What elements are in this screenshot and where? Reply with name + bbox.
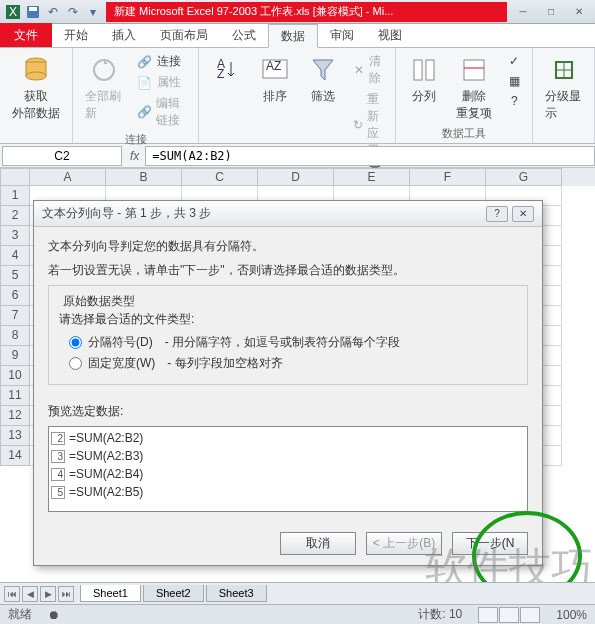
zoom-level[interactable]: 100%	[556, 608, 587, 622]
select-all-corner[interactable]	[0, 168, 30, 186]
excel-icon[interactable]: X	[4, 3, 22, 21]
row-header[interactable]: 1	[0, 186, 30, 206]
ribbon-content: 获取 外部数据 全部刷新 🔗连接 📄属性 🔗编辑链接 连接 AZ AZ 排序	[0, 48, 595, 144]
prev-sheet-icon[interactable]: ◀	[22, 586, 38, 602]
tab-formula[interactable]: 公式	[220, 23, 268, 47]
row-header[interactable]: 4	[0, 246, 30, 266]
svg-rect-12	[414, 60, 422, 80]
redo-icon[interactable]: ↷	[64, 3, 82, 21]
columns-icon	[408, 54, 440, 86]
page-break-view-icon[interactable]	[520, 607, 540, 623]
page-layout-view-icon[interactable]	[499, 607, 519, 623]
back-button: < 上一步(B)	[366, 532, 442, 555]
consolidate-icon: ▦	[506, 73, 522, 89]
col-header[interactable]: E	[334, 168, 410, 186]
ribbon-tabs: 文件 开始 插入 页面布局 公式 数据 审阅 视图	[0, 24, 595, 48]
close-icon[interactable]: ✕	[567, 4, 591, 20]
help-icon[interactable]: ?	[486, 206, 508, 222]
formula-bar: C2 fx =SUM(A2:B2)	[0, 144, 595, 168]
row-header[interactable]: 5	[0, 266, 30, 286]
edit-links-button: 🔗编辑链接	[133, 94, 193, 130]
clear-button: ✕清除	[349, 52, 389, 88]
edit-link-icon: 🔗	[137, 104, 152, 120]
data-validation-button[interactable]: ✓	[502, 52, 526, 70]
minimize-icon[interactable]: ─	[511, 4, 535, 20]
tab-review[interactable]: 审阅	[318, 23, 366, 47]
tab-layout[interactable]: 页面布局	[148, 23, 220, 47]
next-sheet-icon[interactable]: ▶	[40, 586, 56, 602]
row-header[interactable]: 2	[0, 206, 30, 226]
radio-delimited-input[interactable]	[69, 336, 82, 349]
row-header[interactable]: 13	[0, 426, 30, 446]
row-header[interactable]: 8	[0, 326, 30, 346]
row-header[interactable]: 11	[0, 386, 30, 406]
row-header[interactable]: 10	[0, 366, 30, 386]
radio-fixed-input[interactable]	[69, 357, 82, 370]
undo-icon[interactable]: ↶	[44, 3, 62, 21]
sheet-tab-1[interactable]: Sheet1	[80, 585, 141, 602]
group-external-data: 获取 外部数据	[0, 48, 73, 143]
svg-point-6	[26, 72, 46, 80]
row-header[interactable]: 6	[0, 286, 30, 306]
radio-delimited[interactable]: 分隔符号(D) - 用分隔字符，如逗号或制表符分隔每个字段	[69, 334, 517, 351]
radio-desc: - 每列字段加空格对齐	[167, 355, 282, 372]
row-header[interactable]: 3	[0, 226, 30, 246]
row-header[interactable]: 12	[0, 406, 30, 426]
status-record-icon[interactable]: ⏺	[48, 608, 60, 622]
tab-data[interactable]: 数据	[268, 24, 318, 48]
preview-label: 预览选定数据:	[48, 403, 528, 420]
fx-icon[interactable]: fx	[124, 149, 145, 163]
tab-insert[interactable]: 插入	[100, 23, 148, 47]
row-header[interactable]: 9	[0, 346, 30, 366]
dialog-buttons: 取消 < 上一步(B) 下一步(N	[34, 522, 542, 565]
next-button[interactable]: 下一步(N	[452, 532, 528, 555]
svg-rect-3	[29, 7, 37, 11]
consolidate-button[interactable]: ▦	[502, 72, 526, 90]
row-header[interactable]: 14	[0, 446, 30, 466]
get-external-data-button[interactable]: 获取 外部数据	[6, 52, 66, 124]
label: 筛选	[311, 88, 335, 105]
radio-fixed[interactable]: 固定宽度(W) - 每列字段加空格对齐	[69, 355, 517, 372]
radio-desc: - 用分隔字符，如逗号或制表符分隔每个字段	[165, 334, 400, 351]
clear-icon: ✕	[353, 62, 364, 78]
view-buttons	[478, 607, 540, 623]
file-tab[interactable]: 文件	[0, 23, 52, 47]
tab-home[interactable]: 开始	[52, 23, 100, 47]
title-bar: X ↶ ↷ ▾ 新建 Microsoft Excel 97-2003 工作表.x…	[0, 0, 595, 24]
group-connections: 全部刷新 🔗连接 📄属性 🔗编辑链接 连接	[73, 48, 199, 143]
preview-row-text: =SUM(A2:B2)	[69, 431, 143, 445]
first-sheet-icon[interactable]: ⏮	[4, 586, 20, 602]
normal-view-icon[interactable]	[478, 607, 498, 623]
sheet-tab-2[interactable]: Sheet2	[143, 585, 204, 602]
col-header[interactable]: B	[106, 168, 182, 186]
col-header[interactable]: D	[258, 168, 334, 186]
dialog-close-icon[interactable]: ✕	[512, 206, 534, 222]
name-box[interactable]: C2	[2, 146, 122, 166]
col-header[interactable]: A	[30, 168, 106, 186]
group-sort-filter: AZ AZ 排序 筛选 ✕清除 ↻重新应用 🜄高级 排序和筛选	[199, 48, 396, 143]
whatif-button[interactable]: ?	[502, 92, 526, 110]
sheet-tab-3[interactable]: Sheet3	[206, 585, 267, 602]
last-sheet-icon[interactable]: ⏭	[58, 586, 74, 602]
col-header[interactable]: F	[410, 168, 486, 186]
col-header[interactable]: G	[486, 168, 562, 186]
formula-input[interactable]: =SUM(A2:B2)	[145, 146, 595, 166]
maximize-icon[interactable]: □	[539, 4, 563, 20]
tab-view[interactable]: 视图	[366, 23, 414, 47]
row-header[interactable]: 7	[0, 306, 30, 326]
col-header[interactable]: C	[182, 168, 258, 186]
fieldset-label: 原始数据类型	[59, 293, 139, 310]
connections-button[interactable]: 🔗连接	[133, 52, 193, 71]
dialog-body: 文本分列向导判定您的数据具有分隔符。 若一切设置无误，请单击"下一步"，否则请选…	[34, 227, 542, 522]
remove-duplicates-button[interactable]: 删除 重复项	[450, 52, 498, 124]
preview-row-text: =SUM(A2:B4)	[69, 467, 143, 481]
duplicates-icon	[458, 54, 490, 86]
cancel-button[interactable]: 取消	[280, 532, 356, 555]
outline-button[interactable]: 分级显示	[539, 52, 588, 124]
qat-dropdown-icon[interactable]: ▾	[84, 3, 102, 21]
status-bar: 就绪 ⏺ 计数: 10 100%	[0, 604, 595, 624]
save-icon[interactable]	[24, 3, 42, 21]
reapply-icon: ↻	[353, 117, 363, 133]
preview-box[interactable]: 2=SUM(A2:B2)3=SUM(A2:B3)4=SUM(A2:B4)5=SU…	[48, 426, 528, 512]
text-to-columns-button[interactable]: 分列	[402, 52, 446, 124]
